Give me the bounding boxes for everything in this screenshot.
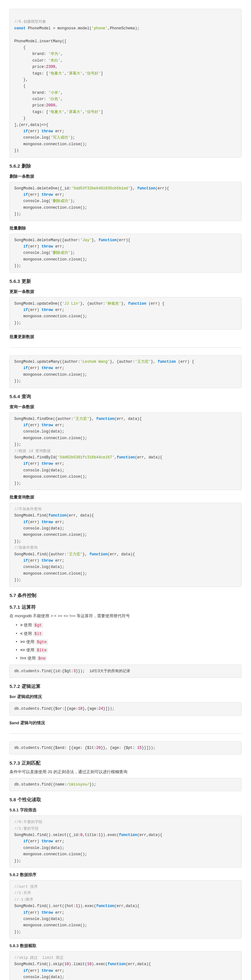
- s564-title: 5.6.4 查询: [10, 394, 241, 400]
- update-one-label: 更新一条数据: [10, 289, 241, 294]
- s581-code: //0:不要的字段 //1:要的字段 SongModel.find().sele…: [10, 816, 241, 868]
- s573-code: db.students.find({name:/imissyou/});: [10, 778, 241, 791]
- s571-list: > 使用 $gt < 使用 $lt >= 使用 $gte <= 使用 $lte …: [16, 622, 241, 662]
- find-one-code: SongModel.findOne({author:'王力宏'}, functi…: [10, 412, 241, 490]
- find-many-label: 批量查询数据: [10, 495, 241, 500]
- s581-title: 5.8.1 字段筛选: [10, 807, 241, 813]
- delete-many-label: 批量删除: [10, 226, 241, 231]
- s572-and-label: $and 逻辑与的情况: [10, 720, 241, 726]
- s571-title: 5.7.1 运算符: [10, 604, 241, 610]
- s57-title: 5.7 条件控制: [10, 593, 241, 598]
- page-container: //6.创建模型对象 const PhoneModel = mongoose.m…: [0, 0, 251, 980]
- s563-title: 5.6.3 更新: [10, 278, 241, 285]
- s573-desc: 条件中可以直接使用 JS 的正则语法，通过正则可以进行模糊查询: [10, 769, 241, 775]
- find-one-label: 查询一条数据: [10, 404, 241, 410]
- s583-title: 5.8.3 数据截取: [10, 943, 241, 949]
- s572-and-code: db.students.find({$and: [{age: {$lt:20}}…: [10, 741, 241, 754]
- divider-1: [10, 347, 241, 348]
- list-item: > 使用 $gt: [16, 622, 241, 629]
- s571-desc: 在 mongodb 不能使用 > < >= <= !== 等运算符，需要使用替代…: [10, 613, 241, 619]
- delete-many-code: SongModel.deleteMany({author:'Jay'}, fun…: [10, 234, 241, 273]
- s582-title: 5.8.2 数据排序: [10, 872, 241, 878]
- s582-code: //sort 排序 //1:升序 //-1:降序 SongModel.find(…: [10, 880, 241, 939]
- update-one-code: SongModel.updateOne({'JJ Lin'}, {author:…: [10, 297, 241, 330]
- update-many-label: 批量更新数据: [10, 334, 241, 340]
- s571-code: db.students.find({id:{$gt:3}}); id引3大于的所…: [10, 665, 241, 678]
- top-code-block: //6.创建模型对象 const PhoneModel = mongoose.m…: [10, 9, 241, 158]
- list-item: <= 使用 $lte: [16, 647, 241, 654]
- s583-code: //skip 跳过 limit 限定 SongModel.find().skip…: [10, 951, 241, 980]
- list-item: < 使用 $lt: [16, 630, 241, 638]
- find-many-code-1: //不加条件查询 SongModel.find(function(err, da…: [10, 503, 241, 587]
- s562-title: 5.6.2 删除: [10, 163, 241, 169]
- s573-title: 5.7.3 正则匹配: [10, 760, 241, 766]
- s58-title: 5.8 个性化读取: [10, 797, 241, 803]
- s572-or-code: db.students.find({$or:[{age:18},{age:24}…: [10, 702, 241, 716]
- delete-one-code: SongModel.deleteOne({_id:'5dd53f32be640l…: [10, 182, 241, 221]
- s572-or-label: $or 逻辑或的情况: [10, 694, 241, 700]
- list-item: >= 使用 $gte: [16, 638, 241, 646]
- update-many-code: SongModel.updateMany({author:'Leshom Wan…: [10, 355, 241, 388]
- list-item: !== 使用 $ne: [16, 655, 241, 662]
- delete-one-label: 删除一条数据: [10, 173, 241, 179]
- s572-title: 5.7.2 逻辑运算: [10, 684, 241, 689]
- divider-2: [10, 733, 241, 734]
